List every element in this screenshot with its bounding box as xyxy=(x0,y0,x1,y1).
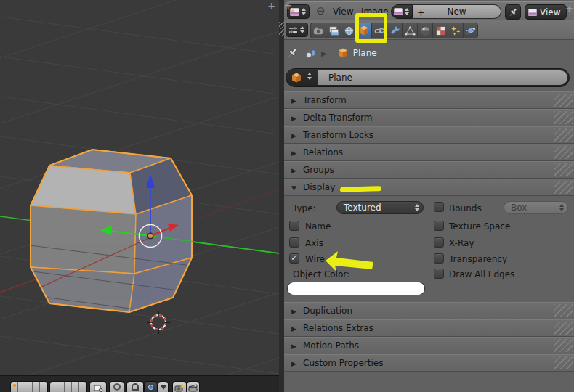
scene-datablock-icon[interactable] xyxy=(304,47,317,60)
constraints-icon xyxy=(374,25,385,36)
texture-space-checkbox[interactable]: ✓ xyxy=(434,221,444,231)
viewport-canvas[interactable] xyxy=(0,0,279,392)
properties-header xyxy=(284,20,574,40)
view-button-label: View xyxy=(540,7,560,17)
object-cube-icon xyxy=(291,72,302,83)
layer-buttons-group-2[interactable] xyxy=(49,381,87,392)
tab-world[interactable] xyxy=(341,23,356,38)
collapsed-arrow-icon: ▶ xyxy=(291,167,296,174)
panel-transform[interactable]: ▶ Transform xyxy=(284,91,574,109)
wire-checkbox[interactable]: ✓ xyxy=(289,253,299,264)
tab-render[interactable] xyxy=(310,23,326,38)
viewport-region-plus-icon[interactable]: + xyxy=(267,0,276,12)
tab-render-layers[interactable] xyxy=(326,23,341,38)
draw-all-edges-checkbox[interactable]: ✓ xyxy=(434,269,444,279)
camera-star-icon xyxy=(174,383,185,392)
panel-custom-properties[interactable]: ▶ Custom Properties xyxy=(284,354,574,372)
manipulator-toggle-button[interactable] xyxy=(89,381,107,392)
tab-texture[interactable] xyxy=(432,23,448,38)
panel-drag-stripes[interactable] xyxy=(554,163,573,176)
editor-type-button-properties[interactable] xyxy=(286,23,308,37)
collapsed-arrow-icon: ▶ xyxy=(291,325,296,332)
properties-editor: ⊖ View Image + New xyxy=(279,0,574,392)
3d-viewport[interactable]: + xyxy=(0,0,279,392)
bounds-type-dropdown[interactable]: Box xyxy=(504,201,568,214)
panel-drag-stripes[interactable] xyxy=(554,339,573,352)
tab-object[interactable] xyxy=(356,23,371,38)
display-type-dropdown[interactable]: Textured xyxy=(336,201,424,214)
pin-button[interactable] xyxy=(505,4,521,20)
panel-drag-stripes[interactable] xyxy=(554,94,573,107)
image-datablock-button[interactable] xyxy=(391,4,413,19)
bounds-label: Bounds xyxy=(449,203,482,213)
clapper-icon xyxy=(188,383,198,392)
snap-dropdown-button[interactable] xyxy=(158,381,169,392)
area-corner-plus-icon[interactable]: + xyxy=(284,0,292,11)
axis-checkbox[interactable]: ✓ xyxy=(289,237,299,248)
magnet-icon xyxy=(132,383,139,391)
panel-groups[interactable]: ▶ Groups xyxy=(284,161,574,179)
tab-particles[interactable] xyxy=(448,23,463,38)
panel-drag-stripes[interactable] xyxy=(554,111,573,124)
camera-icon xyxy=(313,25,324,36)
render-opengl-button[interactable] xyxy=(172,381,187,392)
object-name-input[interactable]: Plane xyxy=(318,70,567,85)
linked-view-button[interactable]: View xyxy=(525,4,567,20)
panel-drag-stripes[interactable] xyxy=(554,146,573,159)
image-editor-header: ⊖ View Image + New xyxy=(284,1,574,20)
active-layer-dot xyxy=(13,384,16,387)
panel-drag-stripes[interactable] xyxy=(554,322,573,335)
bounds-checkbox[interactable]: ✓ xyxy=(434,202,444,212)
proportional-edit-icon xyxy=(113,383,121,391)
header-plus-icon[interactable]: + xyxy=(565,3,573,14)
render-layers-icon xyxy=(328,25,339,36)
blender-window: + xyxy=(0,0,574,392)
tab-modifiers[interactable] xyxy=(387,23,402,38)
panel-motion-paths[interactable]: ▶ Motion Paths xyxy=(284,337,574,354)
menu-view[interactable]: View xyxy=(333,7,353,17)
x-ray-checkbox[interactable]: ✓ xyxy=(434,237,444,248)
image-icon xyxy=(527,7,538,17)
tab-object-data[interactable] xyxy=(402,23,417,38)
pin-icon xyxy=(508,7,518,17)
new-image-button[interactable]: + New xyxy=(413,4,501,19)
proportional-edit-button[interactable] xyxy=(109,381,124,392)
image-datablock-stepper[interactable] xyxy=(405,8,409,15)
panel-drag-stripes[interactable] xyxy=(554,181,573,194)
panel-drag-stripes[interactable] xyxy=(554,128,573,142)
panel-relations[interactable]: ▶ Relations xyxy=(284,144,574,161)
dropdown-triangle-icon xyxy=(161,385,166,390)
transparency-checkbox[interactable]: ✓ xyxy=(434,253,444,264)
editor-type-stepper[interactable] xyxy=(302,8,306,15)
object-browse-stepper[interactable] xyxy=(307,73,312,80)
panel-transform-locks[interactable]: ▶ Transform Locks xyxy=(284,126,574,144)
object-color-label: Object Color: xyxy=(293,269,349,279)
layer-buttons-group-1[interactable] xyxy=(10,381,48,392)
object-color-swatch[interactable] xyxy=(287,282,425,295)
panel-relations-extras[interactable]: ▶ Relations Extras xyxy=(284,319,574,337)
panel-delta-transform[interactable]: ▶ Delta Transform xyxy=(284,109,574,126)
name-checkbox[interactable]: ✓ xyxy=(289,221,299,231)
collapsed-arrow-icon: ▶ xyxy=(291,343,296,350)
tab-material[interactable] xyxy=(417,23,432,38)
collapsed-arrow-icon: ▶ xyxy=(291,360,296,367)
type-label: Type: xyxy=(293,203,316,213)
tab-constraints[interactable] xyxy=(371,23,387,38)
panel-drag-stripes[interactable] xyxy=(554,356,573,369)
menu-image[interactable]: Image xyxy=(361,7,389,17)
tab-physics[interactable] xyxy=(463,23,478,38)
area-resize-stripes[interactable] xyxy=(279,22,284,36)
panel-display-header[interactable]: ▼ Display xyxy=(284,179,574,196)
viewport-header-toolbar[interactable] xyxy=(0,375,279,392)
physics-icon xyxy=(465,25,476,36)
render-anim-button[interactable] xyxy=(187,381,200,392)
collapsed-arrow-icon: ▶ xyxy=(291,115,296,122)
collapse-menus-icon[interactable]: ⊖ xyxy=(316,5,326,17)
panel-duplication[interactable]: ▶ Duplication xyxy=(284,302,574,319)
editor-type-stepper[interactable] xyxy=(300,26,304,33)
snap-magnet-button[interactable] xyxy=(126,381,144,392)
snap-element-button[interactable] xyxy=(144,381,158,392)
breadcrumb-object-name[interactable]: Plane xyxy=(353,48,377,58)
panel-drag-stripes[interactable] xyxy=(554,304,573,317)
breadcrumb-pin-icon[interactable] xyxy=(286,46,299,60)
